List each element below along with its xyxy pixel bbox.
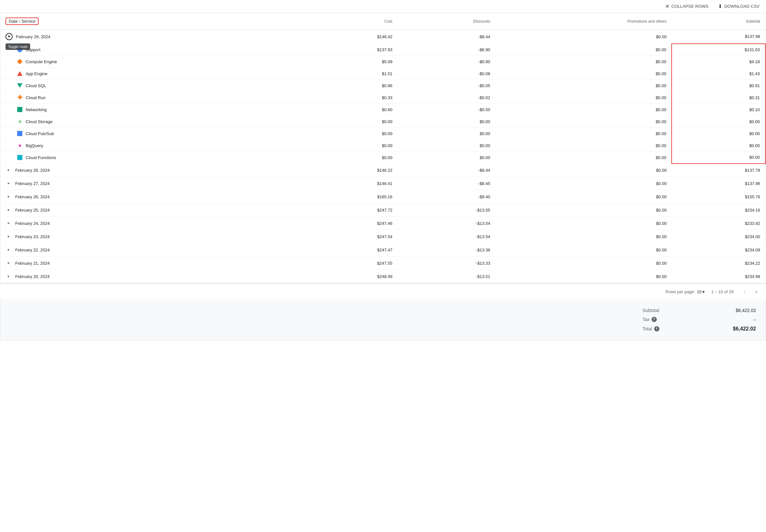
collapse-rows-icon: ✕ [665, 3, 669, 9]
service-icon [17, 107, 22, 112]
service-name: BigQuery [26, 143, 43, 148]
subtotal-cell: $234.22 [672, 257, 765, 270]
table-header: Date › Service Cost Discounts Promotions… [0, 13, 765, 30]
promotions-cell: $0.00 [495, 140, 672, 152]
service-icon [17, 71, 22, 76]
date-label: February 22, 2024 [15, 248, 50, 252]
summary-section: Subtotal $6,422.02 Tax ? – Total ? $6,42… [0, 299, 766, 341]
date-row-label: February 22, 2024 [6, 247, 301, 253]
subtotal-row: Subtotal $6,422.02 [643, 306, 756, 315]
promotions-cell: $0.00 [495, 92, 672, 104]
cost-cell: $146.41 [306, 177, 398, 190]
discounts-cell: -$0.08 [398, 68, 495, 80]
svg-marker-8 [8, 262, 10, 264]
cost-cell: $247.47 [306, 243, 398, 257]
subtotal-header: Subtotal [672, 13, 765, 30]
subtotal-label: Subtotal [643, 308, 659, 313]
expand-button[interactable] [6, 167, 12, 173]
subtotal-cell: $233.92 [672, 217, 765, 230]
table-row: Compute Engine $5.09 -$0.90 $0.00 $4.18 [0, 56, 765, 68]
svg-marker-2 [8, 182, 10, 184]
promotions-cell: $0.00 [495, 104, 672, 116]
download-csv-button[interactable]: ⬇ DOWNLOAD CSV [718, 3, 760, 9]
table-row: ✚ Cloud Run $0.33 -$0.02 $0.00 $0.31 [0, 92, 765, 104]
svg-marker-5 [8, 222, 10, 224]
service-name: Cloud Storage [26, 119, 52, 124]
prev-page-button[interactable]: ‹ [740, 287, 749, 296]
expand-button[interactable] [6, 207, 12, 213]
total-help-icon[interactable]: ? [654, 326, 659, 331]
service-icon [17, 83, 22, 88]
service-row-label: ✳ Cloud Storage [17, 119, 301, 124]
service-row-label: Compute Engine [17, 59, 301, 64]
service-row-label: ★ BigQuery [17, 143, 301, 148]
promotions-cell: $0.00 [495, 177, 672, 190]
collapse-rows-button[interactable]: ✕ COLLAPSE ROWS [665, 3, 709, 9]
service-icon [17, 59, 22, 64]
subtotal-cell: $137.98 [672, 30, 765, 44]
subtotal-cell: $234.98 [672, 270, 765, 283]
download-icon: ⬇ [718, 3, 722, 9]
subtotal-cell: $137.78 [672, 164, 765, 177]
subtotal-cell: $0.00 [672, 128, 765, 140]
svg-marker-1 [8, 169, 10, 171]
expand-button[interactable] [6, 193, 12, 200]
table-row: February 27, 2024 $146.41 -$8.45 $0.00 $… [0, 177, 765, 190]
service-icon [17, 131, 22, 136]
discounts-cell: -$0.90 [398, 56, 495, 68]
expand-button[interactable] [6, 260, 12, 266]
cost-cell: $0.00 [306, 116, 398, 128]
expand-button[interactable] [6, 247, 12, 253]
discounts-cell: -$13.38 [398, 243, 495, 257]
service-row-label: App Engine [17, 71, 301, 76]
discounts-cell: -$0.02 [398, 92, 495, 104]
tax-help-icon[interactable]: ? [652, 317, 657, 322]
table-row: February 23, 2024 $247.54 -$13.54 $0.00 … [0, 230, 765, 243]
promotions-cell: $0.00 [495, 80, 672, 92]
promotions-cell: $0.00 [495, 116, 672, 128]
promotions-cell: $0.00 [495, 190, 672, 203]
service-name: App Engine [26, 71, 47, 76]
cost-cell: $146.42 [306, 30, 398, 44]
pagination-nav: ‹ › [740, 287, 761, 296]
service-icon: ✚ [17, 95, 22, 100]
table-row: Cloud SQL $0.96 -$0.05 $0.00 $0.91 [0, 80, 765, 92]
expand-button[interactable] [6, 33, 13, 40]
cost-cell: $0.96 [306, 80, 398, 92]
table-row: ✳ Cloud Storage $0.00 $0.00 $0.00 $0.00 [0, 116, 765, 128]
svg-marker-6 [8, 236, 10, 237]
subtotal-value: $6,422.02 [736, 308, 756, 313]
table-row: Cloud Pub/Sub $0.00 $0.00 $0.00 $0.00 [0, 128, 765, 140]
cost-header: Cost [306, 13, 398, 30]
promotions-cell: $0.00 [495, 44, 672, 56]
service-row-label: ✚ Cloud Run [17, 95, 301, 100]
expand-button[interactable] [6, 233, 12, 240]
date-row-label: February 25, 2024 [6, 207, 301, 213]
cost-cell: $0.00 [306, 152, 398, 164]
next-page-button[interactable]: › [752, 287, 761, 296]
promotions-cell: $0.00 [495, 203, 672, 217]
table-row: February 24, 2024 $247.46 -$13.54 $0.00 … [0, 217, 765, 230]
cost-cell: $247.55 [306, 257, 398, 270]
subtotal-cell: $0.91 [672, 80, 765, 92]
discounts-header: Discounts [398, 13, 495, 30]
table-row: ★ BigQuery $0.00 $0.00 $0.00 $0.00 [0, 140, 765, 152]
expand-button[interactable] [6, 180, 12, 187]
subtotal-cell: $234.09 [672, 243, 765, 257]
table-row: February 28, 2024 $146.22 -$8.44 $0.00 $… [0, 164, 765, 177]
date-row-label: February 24, 2024 [6, 220, 301, 226]
discounts-cell: -$13.54 [398, 230, 495, 243]
table-row: App Engine $1.51 -$0.08 $0.00 $1.43 [0, 68, 765, 80]
subtotal-cell: $234.00 [672, 230, 765, 243]
discounts-cell: -$8.44 [398, 30, 495, 44]
service-row-label: Cloud Functions [17, 155, 301, 160]
expand-button[interactable] [6, 220, 12, 226]
service-icon: ✳ [17, 119, 22, 124]
svg-marker-0 [8, 36, 10, 38]
expand-button[interactable] [6, 273, 12, 280]
service-row-label: Networking [17, 107, 301, 112]
rows-per-page-select[interactable]: 10 ▾ [697, 289, 705, 294]
total-value: $6,422.02 [733, 326, 756, 332]
toolbar: ✕ COLLAPSE ROWS ⬇ DOWNLOAD CSV [0, 0, 766, 13]
promotions-cell: $0.00 [495, 243, 672, 257]
